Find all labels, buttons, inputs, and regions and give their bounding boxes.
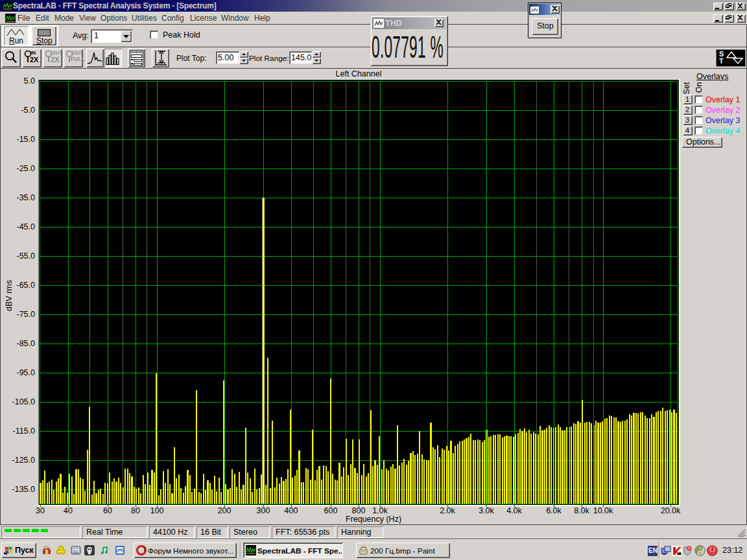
svg-text:321: 321 [73,550,78,554]
